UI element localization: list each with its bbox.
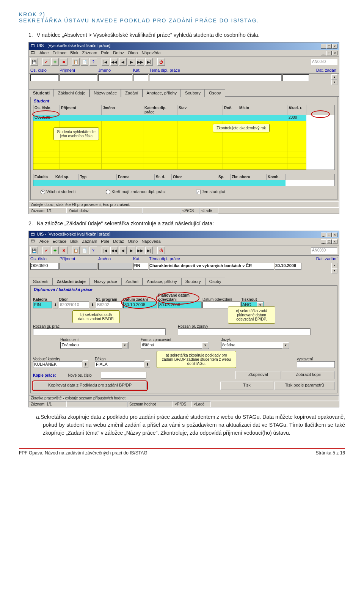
search2-dat[interactable]: 30.10.2008 xyxy=(275,263,301,270)
add-icon-2[interactable]: ✚ xyxy=(51,247,59,254)
scroll-down-icon[interactable]: ▾ xyxy=(331,80,337,85)
tab-nazvy[interactable]: Názvy práce xyxy=(89,89,121,97)
btn-tisk-param[interactable]: Tisk podle parametrů xyxy=(274,382,335,390)
menu2-editace[interactable]: Editace xyxy=(52,239,66,244)
fwd-icon[interactable]: ▶ xyxy=(128,58,135,66)
next-icon[interactable]: ▶▶ xyxy=(136,58,144,66)
inp-rozsah-pr[interactable] xyxy=(178,329,311,335)
first-icon-2[interactable]: |◀ xyxy=(102,247,109,254)
tab-osoby[interactable]: Osoby xyxy=(205,89,225,97)
del-icon[interactable]: ✖ xyxy=(60,58,67,66)
menu2-akce[interactable]: Akce xyxy=(39,239,49,244)
tab2-soubory[interactable]: Soubory xyxy=(181,278,205,285)
search2-os[interactable]: O060590 xyxy=(30,263,59,270)
mdi-close[interactable]: × xyxy=(332,51,337,55)
btn-zkopirovat[interactable]: Zkopírovat xyxy=(235,371,281,379)
fwd-icon-2[interactable]: ▶ xyxy=(128,247,135,254)
paste-icon[interactable]: 📄 xyxy=(81,58,88,66)
menu-dotaz[interactable]: Dotaz xyxy=(113,50,124,56)
menu-zaznam[interactable]: Záznam xyxy=(82,50,97,56)
btn-kopirovat-podklad[interactable]: Kopírovat data z Podkladu pro zadání BP/… xyxy=(33,382,147,390)
tab2-zakladni[interactable]: Základní údaje xyxy=(52,278,89,285)
scroll-up-icon-2[interactable]: ▴ xyxy=(331,263,337,268)
search2-tema[interactable]: Charakteristika depozit ve vybraných ban… xyxy=(149,263,274,270)
inp-dekan[interactable]: FIALA xyxy=(95,361,144,368)
cell-misto[interactable] xyxy=(238,115,287,121)
inp-rozsah-gr[interactable] xyxy=(33,329,166,335)
save-icon[interactable]: 💾 xyxy=(30,58,38,66)
add-icon[interactable]: ✚ xyxy=(51,58,59,66)
copy-icon[interactable]: 📋 xyxy=(72,58,80,66)
search-kat[interactable] xyxy=(133,74,148,81)
help-icon[interactable]: ? xyxy=(89,58,97,66)
sel-forma[interactable]: tištěná xyxy=(141,342,209,349)
exit-icon-2[interactable]: ⏻ xyxy=(157,247,165,254)
lov-obor-icon[interactable]: ⬇ xyxy=(90,301,95,308)
btn-tisk[interactable]: Tisk xyxy=(220,382,273,390)
check-icon-2[interactable]: ✔ xyxy=(42,247,50,254)
search2-kat[interactable]: FIN xyxy=(133,263,148,270)
lov-katedra-icon[interactable]: ⬇ xyxy=(53,301,58,308)
tab-zakladni[interactable]: Základní údaje xyxy=(54,89,89,97)
close-btn[interactable]: × xyxy=(332,44,337,49)
mdi-min-2[interactable]: _ xyxy=(321,239,326,244)
mdi-close-2[interactable]: × xyxy=(332,239,337,244)
tab2-osoby[interactable]: Osoby xyxy=(205,278,226,285)
cell-akad[interactable]: 2008 xyxy=(287,115,306,121)
scroll-up-icon[interactable]: ▴ xyxy=(331,74,337,80)
tab2-studenti[interactable]: Studenti xyxy=(29,278,52,285)
next-icon-2[interactable]: ▶▶ xyxy=(136,247,144,254)
cell-stav[interactable] xyxy=(177,115,223,121)
back-icon-2[interactable]: ◀ xyxy=(119,247,127,254)
max-btn-2[interactable]: □ xyxy=(326,233,332,237)
menu-okno[interactable]: Okno xyxy=(128,50,138,56)
inp-vyst[interactable] xyxy=(297,361,335,368)
menu-akce[interactable]: Akce xyxy=(39,50,49,56)
back-icon[interactable]: ◀ xyxy=(119,58,127,66)
menu-editace[interactable]: Editace xyxy=(52,50,66,56)
btn-zobrazit-kopii[interactable]: Zobrazit kopii xyxy=(282,371,335,379)
search-dat[interactable] xyxy=(282,74,309,81)
min-btn-2[interactable]: _ xyxy=(321,233,326,237)
search-jm[interactable] xyxy=(98,74,132,81)
del-icon-2[interactable]: ✖ xyxy=(60,247,67,254)
tab-anotace[interactable]: Anotace, přílohy xyxy=(143,89,181,97)
cell-roc[interactable] xyxy=(223,115,238,121)
first-icon[interactable]: |◀ xyxy=(102,58,109,66)
menu-napoveda[interactable]: Nápověda xyxy=(141,50,160,56)
menu2-napoveda[interactable]: Nápověda xyxy=(141,239,160,244)
menu2-okno[interactable]: Okno xyxy=(128,239,138,244)
tab2-anotace[interactable]: Anotace, přílohy xyxy=(143,278,181,285)
search-os[interactable] xyxy=(30,74,59,81)
lov-ved-icon[interactable]: ⬇ xyxy=(83,360,88,368)
radio-all[interactable]: Všichni studenti xyxy=(41,189,75,194)
mdi-max-2[interactable]: □ xyxy=(326,239,332,244)
inp-ved[interactable]: KULHÁNEK xyxy=(33,361,82,368)
exit-icon[interactable]: ⏻ xyxy=(157,58,165,66)
last-icon-2[interactable]: ▶| xyxy=(145,247,153,254)
inp-obor[interactable]: 6202R010 xyxy=(59,302,89,308)
menu2-dotaz[interactable]: Dotaz xyxy=(113,239,124,244)
cell-kat[interactable] xyxy=(143,115,177,121)
sel-jazyk[interactable]: čeština xyxy=(221,342,289,349)
save-icon-2[interactable]: 💾 xyxy=(30,247,38,254)
lov-dekan-icon[interactable]: ⬇ xyxy=(145,360,150,368)
help-icon-2[interactable]: ? xyxy=(89,247,97,254)
menu-pole[interactable]: Pole xyxy=(101,50,109,56)
close-btn-2[interactable]: × xyxy=(332,233,337,237)
mdi-min[interactable]: _ xyxy=(321,51,326,55)
check-icon[interactable]: ✔ xyxy=(42,58,50,66)
search2-jm[interactable] xyxy=(98,263,132,270)
last-icon[interactable]: ▶| xyxy=(145,58,153,66)
cell-prij[interactable] xyxy=(60,115,102,121)
max-btn[interactable]: □ xyxy=(326,44,332,49)
tab2-zadani[interactable]: Zadání xyxy=(121,278,143,285)
prev-icon[interactable]: ◀◀ xyxy=(110,58,118,66)
menu2-zaznam[interactable]: Záznam xyxy=(82,239,97,244)
tab-studenti[interactable]: Studenti xyxy=(29,89,54,97)
cell-jm[interactable] xyxy=(102,115,143,121)
tab2-nazvy[interactable]: Názvy práce xyxy=(90,278,121,285)
inp-nove[interactable] xyxy=(101,372,146,379)
mdi-max[interactable]: □ xyxy=(326,51,332,55)
search2-prij[interactable] xyxy=(60,263,97,270)
